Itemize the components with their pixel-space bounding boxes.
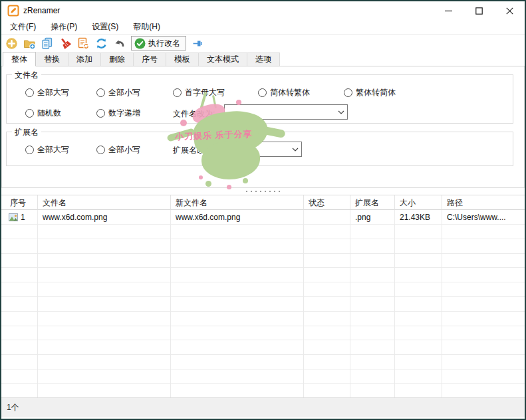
extension-groupbox: 扩展名 全部大写 全部小写 扩展名改为: — [6, 132, 513, 166]
chevron-down-icon — [289, 148, 301, 152]
radio-circle-icon — [258, 88, 267, 97]
cell-extension: .png — [350, 210, 395, 225]
toolbar: 执行改名 — [1, 35, 525, 52]
add-file-icon[interactable] — [5, 37, 18, 50]
radio-ext-uppercase[interactable]: 全部大写 — [25, 144, 69, 156]
menu-bar: 文件(F) 操作(P) 设置(S) 帮助(H) — [1, 20, 525, 35]
radio-all-lowercase[interactable]: 全部小写 — [96, 87, 140, 98]
cell-index: 1 — [1, 210, 38, 225]
item-count: 1个 — [7, 402, 19, 413]
minimize-icon — [445, 7, 452, 15]
window-controls — [433, 1, 525, 20]
table-header-row: 序号 文件名 新文件名 状态 扩展名 大小 路径 — [1, 195, 525, 210]
radio-ext-lowercase[interactable]: 全部小写 — [96, 144, 140, 156]
column-header-size[interactable]: 大小 — [395, 195, 442, 210]
execute-check-icon — [134, 38, 146, 49]
radio-circle-icon — [25, 109, 34, 118]
app-window: zRenamer 文件(F) 操作(P) 设置(S) 帮助(H) — [0, 0, 526, 420]
column-header-extension[interactable]: 扩展名 — [350, 195, 395, 210]
extension-group-title: 扩展名 — [12, 127, 41, 138]
radio-circle-icon — [96, 146, 105, 154]
radio-simplified-to-traditional[interactable]: 简体转繁体 — [258, 87, 310, 98]
radio-circle-icon — [25, 146, 34, 154]
pin-icon[interactable] — [192, 37, 204, 50]
close-button[interactable] — [494, 1, 525, 20]
radio-capitalize-first[interactable]: 首字母大写 — [173, 87, 225, 98]
execute-rename-label: 执行改名 — [148, 38, 180, 49]
tab-replace[interactable]: 替换 — [35, 52, 68, 66]
maximize-icon — [475, 7, 483, 15]
refresh-icon[interactable] — [95, 37, 108, 50]
tab-number[interactable]: 序号 — [133, 52, 166, 66]
refresh-list-icon[interactable] — [77, 37, 90, 50]
window-title: zRenamer — [23, 6, 433, 15]
radio-circle-icon — [25, 88, 34, 97]
status-bar: 1个 — [1, 397, 525, 417]
tab-bar: 整体 替换 添加 删除 序号 模板 文本模式 选项 — [1, 52, 525, 66]
radio-traditional-to-simplified[interactable]: 繁体转简体 — [344, 87, 396, 98]
title-bar: zRenamer — [1, 1, 525, 20]
column-header-path[interactable]: 路径 — [442, 195, 525, 210]
column-header-new-filename[interactable]: 新文件名 — [171, 195, 304, 210]
radio-circle-icon — [96, 109, 105, 118]
radio-circle-icon — [96, 88, 105, 97]
file-table: 序号 文件名 新文件名 状态 扩展名 大小 路径 1 www.x6d.com.p… — [1, 195, 525, 397]
column-header-filename[interactable]: 文件名 — [38, 195, 171, 210]
menu-settings[interactable]: 设置(S) — [84, 20, 126, 34]
tab-textmode[interactable]: 文本模式 — [198, 52, 247, 66]
cell-status — [304, 210, 350, 225]
menu-file[interactable]: 文件(F) — [3, 20, 43, 34]
filename-rename-label: 文件名改为: — [173, 108, 215, 120]
tab-template[interactable]: 模板 — [166, 52, 199, 66]
menu-help[interactable]: 帮助(H) — [126, 20, 168, 34]
radio-number-increment[interactable]: 数字递增 — [96, 108, 140, 119]
menu-operate[interactable]: 操作(P) — [43, 20, 84, 34]
chevron-down-icon — [335, 110, 347, 114]
column-header-index[interactable]: 序号 — [1, 195, 38, 210]
undo-icon[interactable] — [113, 37, 126, 50]
radio-all-uppercase[interactable]: 全部大写 — [25, 87, 69, 98]
add-folder-icon[interactable] — [23, 37, 36, 50]
cell-size: 21.43KB — [395, 210, 442, 225]
image-file-icon — [9, 213, 18, 221]
tab-whole[interactable]: 整体 — [3, 52, 36, 66]
extension-rename-combobox[interactable] — [221, 142, 302, 157]
clear-list-icon[interactable] — [59, 37, 72, 50]
radio-random-number[interactable]: 随机数 — [25, 108, 61, 119]
filename-groupbox: 文件名 全部大写 全部小写 首字母大写 简体转繁体 繁体转简体 随机数 数字递增… — [6, 74, 513, 124]
cell-filename: www.x6d.com.png — [38, 210, 171, 225]
table-row[interactable]: 1 www.x6d.com.png www.x6d.com.png .png 2… — [1, 210, 525, 225]
tab-options[interactable]: 选项 — [247, 52, 280, 66]
tab-panel-whole: 文件名 全部大写 全部小写 首字母大写 简体转繁体 繁体转简体 随机数 数字递增… — [1, 66, 525, 188]
empty-table-area — [1, 225, 525, 397]
cell-new-filename: www.x6d.com.png — [171, 210, 304, 225]
column-header-status[interactable]: 状态 — [304, 195, 350, 210]
radio-circle-icon — [344, 88, 352, 97]
extension-rename-label: 扩展名改为: — [173, 145, 215, 156]
splitter-handle[interactable] — [1, 188, 525, 195]
minimize-button[interactable] — [433, 1, 463, 20]
filename-group-title: 文件名 — [12, 70, 41, 81]
radio-circle-icon — [173, 88, 182, 97]
filename-rename-combobox[interactable] — [224, 104, 348, 120]
tab-add[interactable]: 添加 — [68, 52, 101, 66]
maximize-button[interactable] — [463, 1, 494, 20]
cell-path: C:\Users\www.... — [442, 210, 525, 225]
close-icon — [506, 7, 513, 15]
app-logo-icon — [7, 5, 19, 17]
copy-list-icon[interactable] — [41, 37, 54, 50]
tab-delete[interactable]: 删除 — [100, 52, 134, 66]
execute-rename-button[interactable]: 执行改名 — [131, 36, 186, 51]
